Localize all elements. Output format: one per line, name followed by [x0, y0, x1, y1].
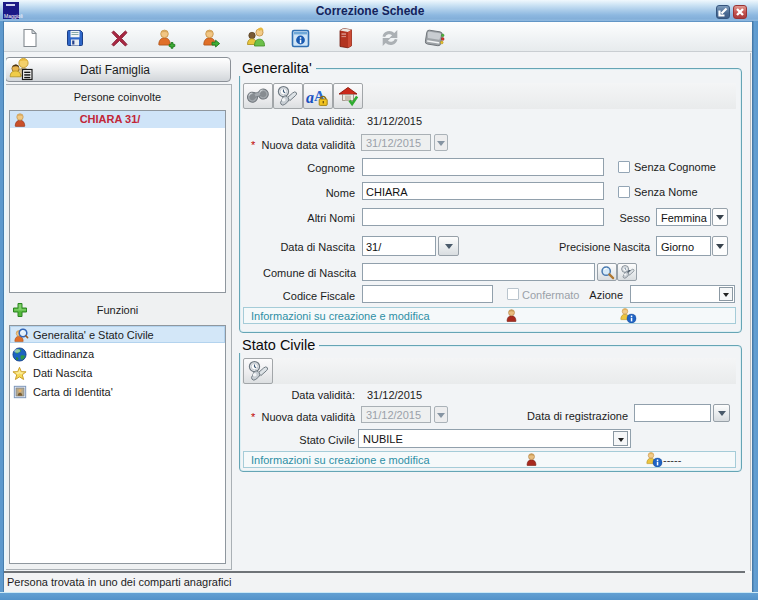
svg-text:a: a [306, 89, 314, 106]
